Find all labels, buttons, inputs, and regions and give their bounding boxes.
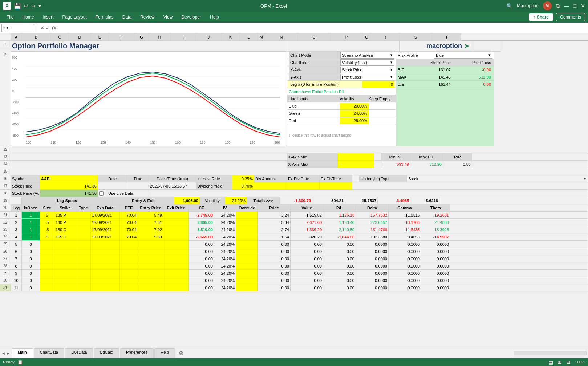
- normal-view-icon[interactable]: ▤: [548, 359, 553, 365]
- r27-type[interactable]: [76, 255, 91, 262]
- comments-button[interactable]: Comments: [556, 13, 585, 21]
- undo-icon[interactable]: ↩: [24, 3, 28, 9]
- r27-strike[interactable]: [54, 255, 76, 262]
- menu-developer[interactable]: Developer: [178, 13, 205, 21]
- minimize-icon[interactable]: —: [564, 3, 569, 9]
- r24-entry[interactable]: 5.33: [138, 233, 163, 241]
- close-icon[interactable]: ✕: [581, 3, 585, 9]
- r28-strike[interactable]: [54, 262, 76, 270]
- r26-strike[interactable]: [54, 248, 76, 255]
- r26-size[interactable]: [40, 248, 54, 255]
- r25-override[interactable]: [236, 241, 258, 248]
- tab-nav-left[interactable]: ◄: [1, 351, 5, 355]
- r23-strike[interactable]: 150 C: [54, 226, 76, 233]
- r30-exit[interactable]: [163, 277, 189, 284]
- r29-override[interactable]: [236, 270, 258, 277]
- c17-div-amount[interactable]: [254, 182, 287, 190]
- menu-view[interactable]: View: [160, 13, 177, 21]
- r28-override[interactable]: [236, 262, 258, 270]
- r30-type[interactable]: [76, 277, 91, 284]
- redo-icon[interactable]: ↪: [31, 3, 36, 9]
- c17-ex-div-date[interactable]: [287, 182, 320, 190]
- page-break-icon[interactable]: ⊟: [566, 359, 571, 365]
- tab-help[interactable]: Help: [154, 348, 175, 358]
- tab-preferences[interactable]: Preferences: [120, 348, 154, 358]
- leg-num-value[interactable]: 0: [362, 81, 394, 88]
- r21-expdate[interactable]: 17/09/2021: [91, 212, 120, 219]
- formula-input[interactable]: [58, 25, 587, 31]
- vol-val[interactable]: 24.20%: [225, 197, 247, 204]
- r22-override[interactable]: [236, 219, 258, 226]
- add-sheet-icon[interactable]: ⊕: [176, 348, 186, 358]
- confirm-formula-icon[interactable]: ✓: [46, 25, 50, 31]
- tab-livedata[interactable]: LiveData: [65, 348, 93, 358]
- share-button[interactable]: ↑ Share: [529, 13, 553, 21]
- r21-size[interactable]: 5: [40, 212, 54, 219]
- r23-exit[interactable]: [163, 226, 189, 233]
- r24-strike[interactable]: 155 C: [54, 233, 76, 241]
- green-vol[interactable]: 24.00%: [340, 110, 369, 117]
- r24-type[interactable]: [76, 233, 91, 241]
- r27-expdate[interactable]: [91, 255, 120, 262]
- r23-type[interactable]: [76, 226, 91, 233]
- insert-function-icon[interactable]: ƒx: [51, 25, 56, 31]
- menu-page-layout[interactable]: Page Layout: [58, 13, 90, 21]
- restore-down-icon[interactable]: ⧉: [556, 3, 560, 9]
- r25-size[interactable]: [40, 241, 54, 248]
- r31-strike[interactable]: [54, 284, 76, 291]
- tab-nav-right[interactable]: ►: [6, 351, 10, 355]
- ir-val[interactable]: 0.25%: [232, 175, 254, 182]
- r30-override[interactable]: [236, 277, 258, 284]
- r25-strike[interactable]: [54, 241, 76, 248]
- tab-chartdata[interactable]: ChartData: [34, 348, 64, 358]
- live-data-checkbox[interactable]: [99, 191, 104, 196]
- r22-size[interactable]: -5: [40, 219, 54, 226]
- r21-override[interactable]: [236, 212, 258, 219]
- r27-override[interactable]: [236, 255, 258, 262]
- menu-insert[interactable]: Insert: [39, 13, 57, 21]
- risk-profile-dropdown[interactable]: Blue ▾: [434, 52, 492, 59]
- r29-expdate[interactable]: [91, 270, 120, 277]
- r23-expdate[interactable]: 17/09/2021: [91, 226, 120, 233]
- r22-entry[interactable]: 7.61: [138, 219, 163, 226]
- r22-type[interactable]: [76, 219, 91, 226]
- r30-expdate[interactable]: [91, 277, 120, 284]
- r28-size[interactable]: [40, 262, 54, 270]
- chart-mode-dropdown[interactable]: Scenario Analysis ▾: [340, 52, 394, 59]
- r23-entry[interactable]: 7.02: [138, 226, 163, 233]
- r23-override[interactable]: [236, 226, 258, 233]
- yaxis-dropdown[interactable]: Profit/Loss ▾: [340, 74, 394, 80]
- r27-size[interactable]: [40, 255, 54, 262]
- r24-exit[interactable]: [163, 233, 189, 241]
- r31-exit[interactable]: [163, 284, 189, 291]
- r28-exit[interactable]: [163, 262, 189, 270]
- menu-home[interactable]: Home: [19, 13, 37, 21]
- div-yield-val[interactable]: 0.70%: [232, 182, 254, 190]
- r29-size[interactable]: [40, 270, 54, 277]
- r28-type[interactable]: [76, 262, 91, 270]
- r21-type[interactable]: [76, 212, 91, 219]
- r31-override[interactable]: [236, 284, 258, 291]
- xaxis-min-val[interactable]: [338, 153, 374, 161]
- sp-val[interactable]: 141.36: [40, 182, 98, 190]
- underlying-type-dropdown[interactable]: Stock ▾: [407, 175, 588, 182]
- tab-bgcalc[interactable]: BgCalc: [94, 348, 119, 358]
- r26-exit[interactable]: [163, 248, 189, 255]
- r30-entry[interactable]: [138, 277, 163, 284]
- save-icon[interactable]: 💾: [14, 3, 21, 9]
- r21-strike[interactable]: 135 P: [54, 212, 76, 219]
- menu-review[interactable]: Review: [137, 13, 158, 21]
- r31-size[interactable]: [40, 284, 54, 291]
- r22-strike[interactable]: 140 P: [54, 219, 76, 226]
- r28-expdate[interactable]: [91, 262, 120, 270]
- page-layout-icon[interactable]: ⊞: [557, 359, 562, 365]
- r24-expdate[interactable]: 17/09/2021: [91, 233, 120, 241]
- r23-size[interactable]: -5: [40, 226, 54, 233]
- h-scrollbar[interactable]: [514, 351, 587, 355]
- customize-icon[interactable]: ▾: [38, 3, 41, 9]
- red-vol[interactable]: 28.00%: [340, 117, 369, 124]
- maximize-icon[interactable]: □: [573, 3, 576, 9]
- xaxis-dropdown[interactable]: Stock Price ▾: [340, 67, 394, 73]
- r29-strike[interactable]: [54, 270, 76, 277]
- r30-size[interactable]: [40, 277, 54, 284]
